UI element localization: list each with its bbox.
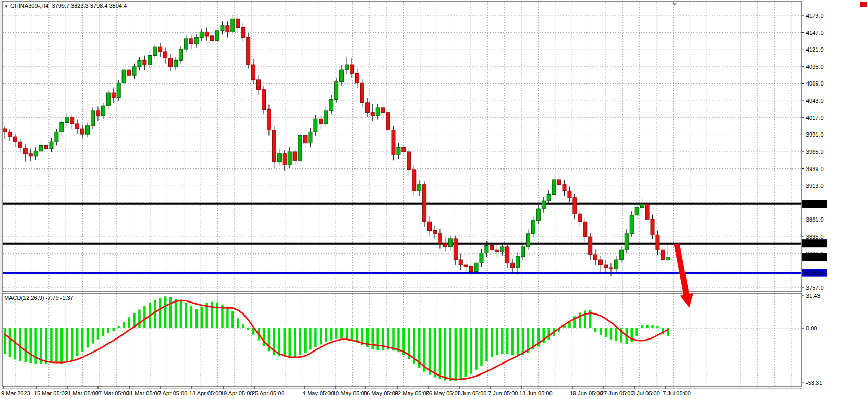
price-axis[interactable]: 4173.04147.04121.04095.04069.04043.04017…	[802, 13, 827, 291]
price-label-box-text: 3825.0	[805, 240, 823, 247]
indicator-axis[interactable]: 31.430.00-53.31	[802, 293, 822, 386]
down-arrow-annotation[interactable]	[677, 244, 693, 308]
symbol-ohlc-label: ▼CHINA300-,H4 3799.7 3823.3 3798.4 3804.…	[4, 3, 127, 9]
time-tick-label: 7 Apr 05:00	[158, 390, 187, 396]
time-tick-label: 19 Jun 05:00	[570, 390, 603, 396]
chart-shift-marker-icon[interactable]	[671, 3, 677, 6]
chart-window: 4173.04147.04121.04095.04069.04043.04017…	[0, 0, 868, 399]
macd-indicator-label: MACD(12,26,9) -7.79 -1.37	[4, 295, 74, 301]
price-tick-label: 4043.0	[806, 98, 824, 104]
price-tick-label: 4095.0	[806, 64, 824, 70]
time-tick-label: 19 Apr 05:00	[221, 390, 253, 396]
time-tick-label: 9 Mar 2023	[1, 390, 30, 396]
price-tick-label: 4147.0	[806, 30, 824, 36]
price-tick-label: 4017.0	[806, 115, 824, 121]
price-tick-label: 4069.0	[806, 80, 824, 87]
time-tick-label: 15 Mar 05:00	[34, 390, 68, 396]
time-tick-label: 3 Jul 05:00	[632, 390, 660, 396]
symbol-ohlc-text: CHINA300-,H4 3799.7 3823.3 3798.4 3804.4	[10, 3, 127, 9]
price-tick-label: 3835.0	[806, 234, 824, 240]
indicator-tick-label: -53.31	[806, 380, 822, 386]
price-tick-label: 3939.0	[806, 166, 824, 172]
price-label-box-text: 3780.0	[805, 270, 823, 276]
time-tick-label: 4 May 05:00	[302, 390, 334, 396]
macd-histogram	[5, 296, 668, 381]
time-tick-label: 22 May 05:00	[395, 390, 430, 396]
time-tick-label: 25 Apr 05:00	[252, 390, 284, 396]
time-tick-label: 13 Apr 05:00	[189, 390, 222, 396]
time-tick-label: 21 Mar 05:00	[65, 390, 99, 396]
time-tick-label: 26 May 05:00	[426, 390, 461, 396]
macd-signal-line	[5, 300, 668, 379]
chart-canvas[interactable]: 4173.04147.04121.04095.04069.04043.04017…	[0, 0, 868, 399]
time-tick-label: 1 Jun 05:00	[457, 390, 487, 396]
time-tick-label: 27 Jun 05:00	[601, 390, 634, 396]
price-tick-label: 4121.0	[806, 46, 824, 53]
price-tick-label: 3861.0	[806, 216, 824, 223]
time-tick-label: 7 Jul 05:00	[663, 390, 691, 396]
indicator-tick-label: 0.00	[806, 325, 817, 331]
time-tick-label: 16 May 05:00	[363, 390, 398, 396]
price-label-box-text: 3804.4	[805, 254, 823, 260]
price-tick-label: 3991.0	[806, 131, 824, 138]
time-tick-label: 27 Mar 05:00	[95, 390, 129, 396]
time-tick-label: 10 May 05:00	[333, 390, 368, 396]
time-tick-label: 31 Mar 05:00	[127, 390, 161, 396]
time-tick-label: 13 Jun 05:00	[519, 390, 553, 396]
corner-marker	[860, 2, 867, 7]
grid-lines	[3, 2, 801, 386]
pane-borders	[1, 1, 802, 388]
price-tick-label: 3965.0	[806, 149, 824, 155]
indicator-tick-label: 31.43	[806, 293, 821, 299]
price-tick-label: 3757.0	[806, 285, 824, 291]
time-tick-label: 7 Jun 05:00	[488, 390, 518, 396]
symbol-dropdown-icon[interactable]: ▼	[4, 4, 8, 9]
price-tick-label: 3913.0	[806, 183, 824, 189]
price-tick-label: 4173.0	[806, 13, 824, 19]
price-label-box-text: 3885.6	[805, 201, 823, 207]
